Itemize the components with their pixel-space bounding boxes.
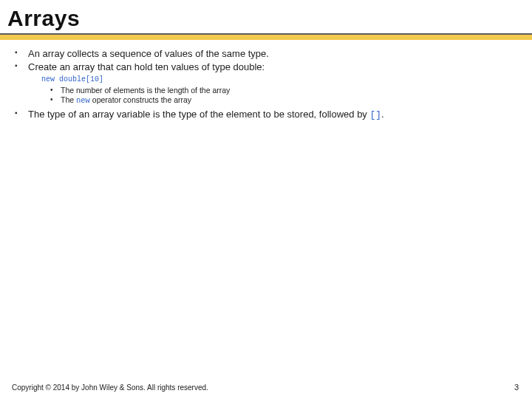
bullet-text: Create an array that can hold ten values… (28, 61, 265, 72)
page-number: 3 (514, 383, 519, 392)
sub-bullet-text: The number of elements is the length of … (61, 86, 230, 95)
code-symbol: [] (369, 109, 381, 120)
rule-gold (0, 35, 532, 40)
code-keyword: new (76, 96, 90, 105)
bullet-text: The type of an array variable is the typ… (28, 109, 369, 120)
bullet-item: An array collects a sequence of values o… (15, 47, 517, 61)
sub-bullet-item: The new operator constructs the array (50, 95, 517, 106)
copyright-footer: Copyright © 2014 by John Wiley & Sons. A… (12, 383, 208, 392)
slide: Arrays An array collects a sequence of v… (0, 0, 532, 399)
slide-title: Arrays (0, 0, 532, 33)
sub-bullet-item: The number of elements is the length of … (50, 86, 517, 95)
sub-bullet-text: The (61, 95, 76, 104)
sub-bullet-text: operator constructs the array (90, 95, 191, 104)
bullet-item: The type of an array variable is the typ… (15, 108, 517, 122)
bullet-list: An array collects a sequence of values o… (15, 47, 517, 121)
slide-body: An array collects a sequence of values o… (0, 40, 532, 121)
sub-bullet-list: The number of elements is the length of … (28, 86, 517, 106)
bullet-text: . (381, 109, 384, 120)
bullet-item: Create an array that can hold ten values… (15, 61, 517, 106)
bullet-text: An array collects a sequence of values o… (28, 48, 269, 59)
code-line: new double[10] (41, 75, 517, 85)
